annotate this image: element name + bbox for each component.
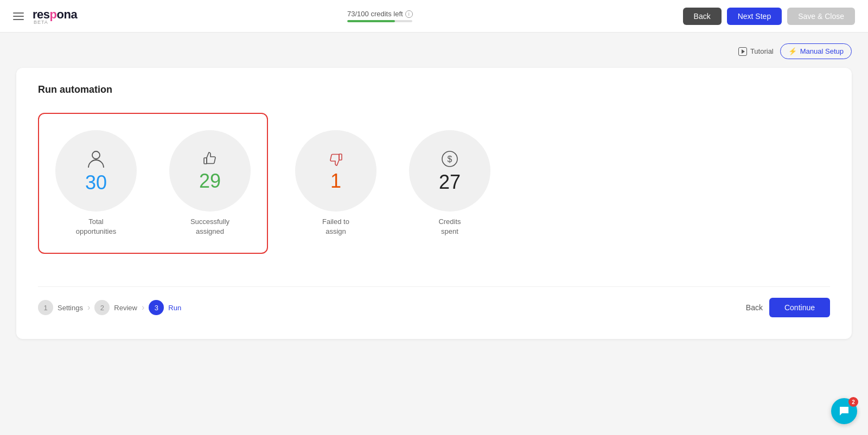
stat-credits-spent: $ 27 Creditsspent <box>393 119 507 247</box>
credits-bar-fill <box>347 20 395 22</box>
stat-label-success: Successfullyassigned <box>190 217 229 236</box>
logo: respona BETA <box>33 8 77 25</box>
header: respona BETA 73/100 credits left i Back … <box>0 0 868 33</box>
dollar-circle-icon: $ <box>441 150 459 168</box>
step-number-2: 2 <box>100 304 104 312</box>
stats-highlighted-group: 30 Totalopportunities 29 Successfullyass… <box>38 113 268 254</box>
next-step-button[interactable]: Next Step <box>727 8 782 25</box>
top-actions: Tutorial ⚡ Manual Setup <box>16 43 852 59</box>
stat-value-credits: 27 <box>439 172 461 192</box>
stat-value-success: 29 <box>199 171 221 191</box>
header-credits: 73/100 credits left i <box>347 10 413 22</box>
step-arrow-2: › <box>142 303 144 312</box>
step-circle-2: 2 <box>94 300 110 315</box>
stat-circle-failed: 1 <box>295 130 376 212</box>
progress-steps: 1 Settings › 2 Review › 3 Run <box>38 300 181 315</box>
step-circle-3: 3 <box>149 300 164 315</box>
credits-bar <box>347 20 412 22</box>
main-content: Tutorial ⚡ Manual Setup Run automation <box>0 33 868 350</box>
logo-beta: BETA <box>34 20 48 25</box>
save-close-button[interactable]: Save & Close <box>787 8 855 25</box>
footer-back-button[interactable]: Back <box>746 303 763 312</box>
back-button[interactable]: Back <box>683 8 722 25</box>
chat-badge: 2 <box>848 397 858 407</box>
stat-failed-assign: 1 Failed toassign <box>279 119 393 247</box>
credits-info-icon[interactable]: i <box>405 10 413 18</box>
manual-setup-label: Manual Setup <box>800 47 844 55</box>
header-left: respona BETA <box>13 8 77 25</box>
step-label-3: Run <box>168 304 181 312</box>
stat-circle-success: 29 <box>169 130 251 212</box>
header-right: Back Next Step Save & Close <box>683 8 855 25</box>
manual-setup-button[interactable]: ⚡ Manual Setup <box>780 43 852 59</box>
credits-label: 73/100 credits left <box>347 10 403 18</box>
stat-circle-total: 30 <box>55 130 137 212</box>
stat-circle-credits: $ 27 <box>409 130 490 212</box>
footer-buttons: Back Continue <box>746 298 830 317</box>
stat-value-failed: 1 <box>330 171 341 191</box>
play-triangle <box>742 49 745 54</box>
stat-total-opportunities: 30 Totalopportunities <box>39 119 153 247</box>
svg-point-0 <box>92 151 100 159</box>
stats-grid: 30 Totalopportunities 29 Successfullyass… <box>38 113 830 254</box>
chat-bubble[interactable]: 2 <box>831 398 857 424</box>
step-label-1: Settings <box>58 304 83 312</box>
run-automation-card: Run automation 30 Totalopportunities <box>16 68 852 339</box>
step-number-1: 1 <box>43 304 47 312</box>
bolt-icon: ⚡ <box>788 47 797 55</box>
step-review: 2 Review <box>94 300 137 315</box>
step-settings: 1 Settings <box>38 300 83 315</box>
tutorial-button[interactable]: Tutorial <box>738 47 774 56</box>
continue-button[interactable]: Continue <box>769 298 830 317</box>
thumbsup-icon <box>202 151 218 167</box>
card-title: Run automation <box>38 84 830 95</box>
logo-ona: ona <box>57 8 78 21</box>
person-icon <box>87 149 105 169</box>
step-arrow-1: › <box>87 303 90 312</box>
step-label-2: Review <box>114 304 137 312</box>
step-number-3: 3 <box>155 304 158 312</box>
tutorial-label: Tutorial <box>750 47 774 55</box>
stat-label-failed: Failed toassign <box>322 217 349 236</box>
credits-text: 73/100 credits left i <box>347 10 413 18</box>
stat-successfully-assigned: 29 Successfullyassigned <box>153 119 267 247</box>
menu-icon[interactable] <box>13 12 24 20</box>
stat-label-total: Totalopportunities <box>76 217 116 236</box>
card-footer: 1 Settings › 2 Review › 3 Run <box>38 286 830 317</box>
svg-rect-1 <box>204 158 207 164</box>
play-icon <box>738 47 747 56</box>
logo-pona: p <box>50 8 57 21</box>
stat-label-credits: Creditsspent <box>438 217 461 236</box>
chat-icon <box>838 405 850 417</box>
stat-value-total: 30 <box>85 173 107 193</box>
svg-rect-2 <box>339 154 342 160</box>
thumbsdown-icon <box>328 151 344 167</box>
step-circle-1: 1 <box>38 300 53 315</box>
step-run: 3 Run <box>149 300 181 315</box>
svg-text:$: $ <box>448 155 452 164</box>
